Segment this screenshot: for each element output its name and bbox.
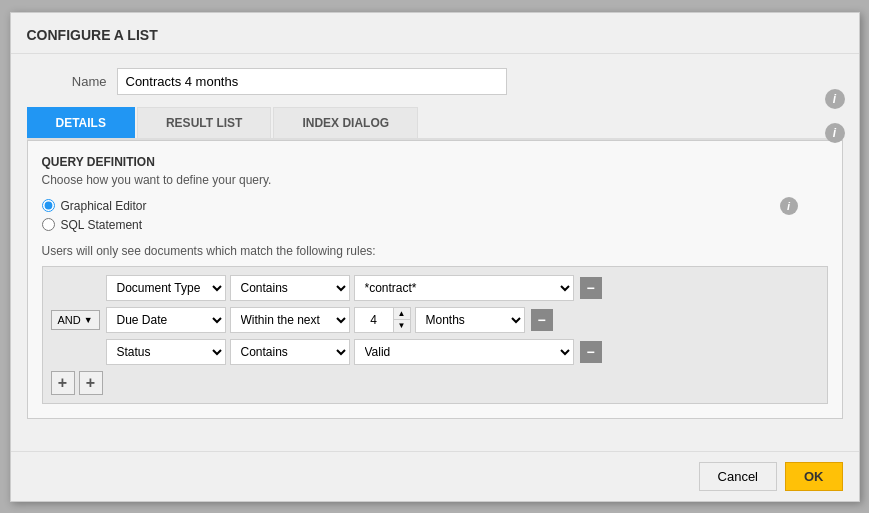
and-dropdown-button[interactable]: AND ▼ xyxy=(51,310,100,330)
rule3-remove-button[interactable]: − xyxy=(580,341,602,363)
spinner-down-button[interactable]: ▼ xyxy=(394,320,410,332)
tabs-bar: DETAILS RESULT LIST INDEX DIALOG xyxy=(27,107,843,140)
rule2-remove-button[interactable]: − xyxy=(531,309,553,331)
dialog-footer: Cancel OK xyxy=(11,451,859,501)
panel-info-icon[interactable]: i xyxy=(780,197,798,215)
rule3-value-select[interactable]: Valid xyxy=(354,339,574,365)
dialog-body: Name i i DETAILS RESULT LIST INDEX DIALO… xyxy=(11,54,859,433)
graphical-editor-label: Graphical Editor xyxy=(61,199,147,213)
rule1-field-select[interactable]: Document Type xyxy=(106,275,226,301)
sql-statement-label: SQL Statement xyxy=(61,218,143,232)
dialog-title: CONFIGURE A LIST xyxy=(11,13,859,54)
info-icon-2[interactable]: i xyxy=(825,123,845,143)
and-chevron-icon: ▼ xyxy=(84,315,93,325)
rule-row-3: Status Contains Valid − xyxy=(51,339,819,365)
add-rule-button[interactable]: + xyxy=(51,371,75,395)
name-input[interactable] xyxy=(117,68,507,95)
rule2-unit-select[interactable]: Months xyxy=(415,307,525,333)
name-row: Name xyxy=(27,68,843,95)
rule2-number-input[interactable] xyxy=(355,308,393,332)
graphical-editor-row: Graphical Editor xyxy=(42,199,828,213)
sql-statement-row: SQL Statement xyxy=(42,218,828,232)
add-group-button[interactable]: + xyxy=(79,371,103,395)
name-label: Name xyxy=(27,74,107,89)
configure-list-dialog: CONFIGURE A LIST Name i i DETAILS RESULT… xyxy=(10,12,860,502)
cancel-button[interactable]: Cancel xyxy=(699,462,777,491)
rule1-remove-button[interactable]: − xyxy=(580,277,602,299)
tab-result-list[interactable]: RESULT LIST xyxy=(137,107,271,138)
tab-details[interactable]: DETAILS xyxy=(27,107,135,138)
rule2-operator-select[interactable]: Within the next xyxy=(230,307,350,333)
graphical-editor-radio[interactable] xyxy=(42,199,55,212)
query-def-subtitle: Choose how you want to define your query… xyxy=(42,173,828,187)
rule-row-2: AND ▼ Due Date Within the next ▲ ▼ xyxy=(51,307,819,333)
rule-row-1: Document Type Contains *contract* − xyxy=(51,275,819,301)
query-definition-section: QUERY DEFINITION Choose how you want to … xyxy=(42,155,828,187)
rule3-operator-select[interactable]: Contains xyxy=(230,339,350,365)
rule2-field-select[interactable]: Due Date xyxy=(106,307,226,333)
rule2-number-spinner: ▲ ▼ xyxy=(354,307,411,333)
spinner-buttons: ▲ ▼ xyxy=(393,308,410,332)
ok-button[interactable]: OK xyxy=(785,462,843,491)
spinner-up-button[interactable]: ▲ xyxy=(394,308,410,320)
info-icon-1[interactable]: i xyxy=(825,89,845,109)
sql-statement-radio[interactable] xyxy=(42,218,55,231)
rules-container: Document Type Contains *contract* − AND … xyxy=(42,266,828,404)
rule1-value-select[interactable]: *contract* xyxy=(354,275,574,301)
details-panel: QUERY DEFINITION Choose how you want to … xyxy=(27,140,843,419)
rule3-field-select[interactable]: Status xyxy=(106,339,226,365)
tab-index-dialog[interactable]: INDEX DIALOG xyxy=(273,107,418,138)
add-buttons-row: + + xyxy=(51,371,819,395)
and-connector: AND ▼ xyxy=(51,310,106,330)
rules-label: Users will only see documents which matc… xyxy=(42,244,828,258)
rule1-operator-select[interactable]: Contains xyxy=(230,275,350,301)
query-def-title: QUERY DEFINITION xyxy=(42,155,828,169)
editor-options: Graphical Editor SQL Statement xyxy=(42,199,828,232)
